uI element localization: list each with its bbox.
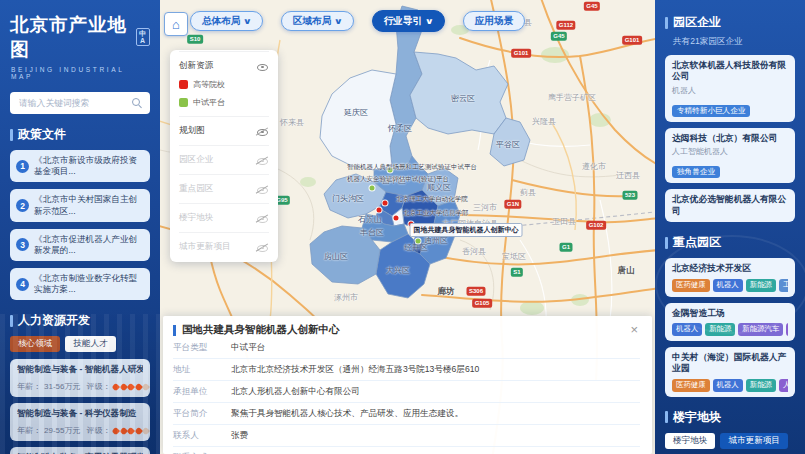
buildings-tab[interactable]: 楼宇地块 (665, 433, 715, 449)
detail-row-label: 平台类型 (173, 342, 231, 354)
road-shield: S1 (511, 268, 523, 277)
road-shield: G101 (622, 36, 642, 45)
layer-row[interactable]: 创新资源 (179, 60, 269, 72)
language-icon[interactable]: 中 A (136, 28, 150, 46)
buildings-tab[interactable]: 城市更新项目 (720, 433, 788, 449)
pilot-platform-marker-dot[interactable] (370, 186, 375, 191)
policy-section-title: 政策文件 (10, 126, 150, 143)
detail-row-label: 联系人 (173, 430, 231, 442)
salary-value: 29-55万元 (44, 425, 80, 436)
top-nav: 总体布局 ∨ 区域布局 ∨ 行业导引 ∨ 应用场景 ∨ (190, 11, 525, 32)
nav-menu-button[interactable]: 总体布局 ∨ (190, 11, 263, 31)
policy-item[interactable]: 2 《北京市中关村国家自主创新示范区... (10, 189, 150, 221)
nav-menu-button[interactable]: 应用场景 ∨ (463, 11, 525, 31)
tab-skilled-talent[interactable]: 技能人才 (65, 336, 115, 352)
visibility-eye-icon[interactable] (256, 61, 269, 72)
district-label: 房山区 (324, 251, 348, 262)
company-card[interactable]: 北京优必选智能机器人有限公司 (665, 189, 795, 222)
poi-label[interactable]: 国地共建具身智能机器人创新中心 (410, 223, 523, 237)
detail-panel-header: 国地共建具身智能机器人创新中心 × (173, 323, 640, 337)
road-shield: G45 (584, 2, 600, 11)
job-card[interactable]: 智能制造与装备 - 科学仪器制造 年薪： 29-55万元 评级： (10, 403, 150, 441)
policy-title: 《北京市制造业数字化转型实施方案... (34, 273, 144, 295)
university-marker-dot[interactable] (377, 208, 382, 213)
park-card[interactable]: 中关村（海淀）国际机器人产业园 医药健康机器人新能源人工智能 (665, 347, 795, 397)
search-input[interactable] (17, 97, 128, 109)
district-label: 密云区 (451, 93, 475, 104)
buildings-tabs: 楼宇地块城市更新项目 (665, 433, 795, 449)
legend-item: 高等院校 (179, 79, 269, 90)
place-label: 涿州市 (334, 292, 358, 303)
detail-row-value: 中试平台 (231, 342, 265, 354)
industry-tag: 医药健康 (672, 379, 710, 392)
policy-item[interactable]: 4 《北京市制造业数字化转型实施方案... (10, 268, 150, 300)
road-shield: G105 (472, 299, 492, 308)
road-shield: G45 (551, 32, 567, 41)
pilot-platform-marker-dot[interactable] (416, 239, 421, 244)
place-label: 兴隆县 (532, 116, 556, 127)
detail-row: 联系方式 18810542661 (173, 447, 640, 454)
search-icon[interactable] (132, 98, 143, 109)
job-card[interactable]: 智能制造与装备 - 商用航天器研发与... 年薪： 27-49万元 评级： (10, 447, 150, 454)
detail-row-label: 地址 (173, 364, 231, 376)
road-shield: G112 (556, 21, 575, 30)
industry-tag: 机器人 (672, 323, 702, 336)
home-button[interactable]: ⌂ (164, 12, 188, 36)
company-card[interactable]: 北京软体机器人科技股份有限公司 机器人 专精特新小巨人企业 (665, 55, 795, 122)
language-en-glyph: A (140, 37, 146, 44)
company-badge: 专精特新小巨人企业 (672, 105, 750, 117)
nav-menu-button[interactable]: 区域布局 ∨ (281, 11, 354, 31)
job-card[interactable]: 智能制造与装备 - 智能机器人研发与... 年薪： 31-56万元 评级： (10, 359, 150, 397)
layer-row[interactable]: 园区企业 (179, 154, 269, 166)
park-name: 北京经济技术开发区 (672, 263, 788, 274)
visibility-eye-icon[interactable] (256, 126, 269, 137)
map-canvas[interactable]: 延庆区怀柔区密云区平谷区昌平区顺义区门头沟区石景山丰台区房山区大兴区通州区经开区… (160, 0, 655, 454)
company-name: 北京优必选智能机器人有限公司 (672, 194, 788, 217)
layer-row[interactable]: 规划图 (179, 125, 269, 137)
visibility-eye-icon[interactable] (256, 213, 269, 224)
legend-item: 中试平台 (179, 97, 269, 108)
poi-label[interactable]: 机器人安全验证评估中试(验证)平台 (347, 175, 449, 184)
park-card[interactable]: 北京经济技术开发区 医药健康机器人新能源工业互联网 (665, 258, 795, 296)
layer-label: 园区企业 (179, 154, 213, 166)
hr-tabs: 核心领域 技能人才 (10, 336, 150, 352)
policy-title: 《北京市中关村国家自主创新示范区... (34, 194, 144, 216)
university-marker-dot[interactable] (394, 216, 399, 221)
company-card[interactable]: 达闼科技（北京）有限公司 人工智能机器人 独角兽企业 (665, 128, 795, 183)
layer-row[interactable]: 重点园区 (179, 183, 269, 195)
salary-value: 31-56万元 (44, 381, 80, 392)
nav-menu-button[interactable]: 行业导引 ∨ (372, 10, 445, 32)
layer-label: 楼宇地块 (179, 212, 213, 224)
tab-core-fields[interactable]: 核心领域 (10, 336, 60, 352)
place-label: 玉田县 (552, 216, 576, 227)
search-box[interactable] (10, 92, 150, 114)
university-marker-dot[interactable] (383, 201, 388, 206)
nav-menu-label: 应用场景 (475, 15, 513, 28)
poi-label[interactable]: 智能机器人典型场景和工艺测试验证中试平台 (347, 163, 477, 172)
detail-row-value: 北京人形机器人创新中心有限公司 (231, 386, 360, 398)
road-shield: G101 (511, 49, 531, 58)
visibility-eye-icon[interactable] (256, 242, 269, 253)
poi-label[interactable]: 北京理工大学自动化学院 (396, 195, 468, 204)
industry-tag: 机器人 (713, 379, 743, 392)
close-icon[interactable]: × (628, 325, 640, 335)
layer-row[interactable]: 城市更新项目 (179, 241, 269, 253)
detail-row: 平台类型 中试平台 (173, 337, 640, 359)
detail-row: 承担单位 北京人形机器人创新中心有限公司 (173, 381, 640, 403)
home-icon: ⌂ (172, 17, 180, 32)
district-label: 门头沟区 (332, 193, 364, 204)
layer-row[interactable]: 楼宇地块 (179, 212, 269, 224)
legend-label: 中试平台 (193, 97, 225, 108)
salary-label: 年薪： (17, 381, 41, 392)
visibility-eye-icon[interactable] (256, 184, 269, 195)
policy-item[interactable]: 3 《北京市促进机器人产业创新发展的... (10, 229, 150, 261)
place-label: 遵化市 (582, 161, 606, 172)
layer-legend: 高等院校 中试平台 (179, 79, 269, 108)
detail-row: 地址 北京市北京经济技术开发区（通州）经海五路3号院13号楼6层610 (173, 359, 640, 381)
detail-row-value: 聚焦于具身智能机器人核心技术、产品研发、应用生态建设。 (231, 408, 463, 420)
park-card[interactable]: 金隅智造工场 机器人新能源新能源汽车人工智能 (665, 303, 795, 341)
visibility-eye-icon[interactable] (256, 155, 269, 166)
policy-item[interactable]: 1 《北京市新设市级政府投资基金项目... (10, 150, 150, 182)
companies-section-title: 园区企业 (665, 14, 795, 31)
poi-label[interactable]: 北京工业大学信息学部 (404, 209, 469, 218)
